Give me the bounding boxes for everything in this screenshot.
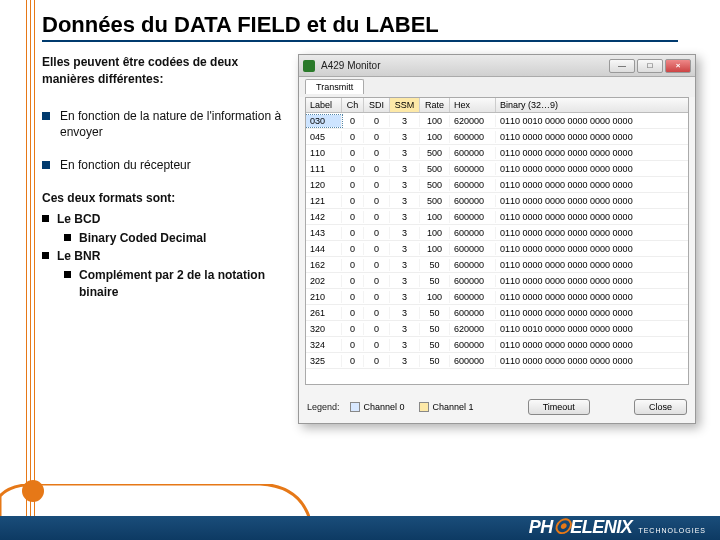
cell-ch: 0 (342, 355, 364, 367)
col-hex[interactable]: Hex (450, 98, 496, 112)
cell-ch: 0 (342, 339, 364, 351)
cell-sdi: 0 (364, 243, 390, 255)
cell-ssm: 3 (390, 355, 420, 367)
table-row[interactable]: 0450031006000000110 0000 0000 0000 0000 … (306, 129, 688, 145)
cell-label: 120 (306, 179, 342, 191)
legend-label: Legend: (307, 402, 340, 412)
cell-ch: 0 (342, 179, 364, 191)
format-item: Le BNR (42, 248, 282, 265)
bullet-icon (42, 252, 49, 259)
cell-label: 144 (306, 243, 342, 255)
data-grid[interactable]: Label Ch SDI SSM Rate Hex Binary (32…9) … (305, 97, 689, 385)
table-row[interactable]: 162003506000000110 0000 0000 0000 0000 0… (306, 257, 688, 273)
cell-bin: 0110 0000 0000 0000 0000 0000 (496, 291, 688, 303)
table-row[interactable]: 1440031006000000110 0000 0000 0000 0000 … (306, 241, 688, 257)
format-sub-text: Binary Coded Decimal (79, 230, 206, 247)
cell-rate: 50 (420, 339, 450, 351)
cell-ssm: 3 (390, 227, 420, 239)
tab-transmit[interactable]: Transmitt (305, 79, 364, 94)
cell-hex: 600000 (450, 211, 496, 223)
close-button[interactable]: Close (634, 399, 687, 415)
maximize-button[interactable]: □ (637, 59, 663, 73)
cell-rate: 500 (420, 179, 450, 191)
col-sdi[interactable]: SDI (364, 98, 390, 112)
cell-sdi: 0 (364, 115, 390, 127)
cell-rate: 500 (420, 195, 450, 207)
cell-sdi: 0 (364, 291, 390, 303)
cell-rate: 100 (420, 227, 450, 239)
col-ssm[interactable]: SSM (390, 98, 420, 112)
cell-ssm: 3 (390, 115, 420, 127)
cell-label: 030 (306, 115, 342, 127)
cell-bin: 0110 0000 0000 0000 0000 0000 (496, 131, 688, 143)
format-item: Le BCD (42, 211, 282, 228)
col-rate[interactable]: Rate (420, 98, 450, 112)
cell-bin: 0110 0000 0000 0000 0000 0000 (496, 339, 688, 351)
cell-rate: 100 (420, 243, 450, 255)
bullet-item: En fonction du récepteur (42, 157, 282, 174)
cell-bin: 0110 0010 0000 0000 0000 0000 (496, 323, 688, 335)
bullet-text: En fonction du récepteur (60, 157, 282, 174)
cell-rate: 100 (420, 131, 450, 143)
cell-sdi: 0 (364, 227, 390, 239)
table-row[interactable]: 1430031006000000110 0000 0000 0000 0000 … (306, 225, 688, 241)
table-row[interactable]: 1210035006000000110 0000 0000 0000 0000 … (306, 193, 688, 209)
cell-ssm: 3 (390, 195, 420, 207)
table-row[interactable]: 261003506000000110 0000 0000 0000 0000 0… (306, 305, 688, 321)
cell-rate: 50 (420, 259, 450, 271)
cell-ch: 0 (342, 259, 364, 271)
cell-ssm: 3 (390, 339, 420, 351)
cell-ch: 0 (342, 323, 364, 335)
table-row[interactable]: 1420031006000000110 0000 0000 0000 0000 … (306, 209, 688, 225)
format-name: Le BNR (57, 248, 100, 265)
formats-intro: Ces deux formats sont: (42, 190, 282, 207)
table-row[interactable]: 1200035006000000110 0000 0000 0000 0000 … (306, 177, 688, 193)
cell-hex: 620000 (450, 115, 496, 127)
cell-ssm: 3 (390, 259, 420, 271)
minimize-button[interactable]: — (609, 59, 635, 73)
bullet-icon (64, 234, 71, 241)
bullet-item: En fonction de la nature de l'informatio… (42, 108, 282, 142)
col-binary[interactable]: Binary (32…9) (496, 98, 688, 112)
cell-ssm: 3 (390, 147, 420, 159)
cell-hex: 600000 (450, 195, 496, 207)
cell-ch: 0 (342, 163, 364, 175)
table-row[interactable]: 1110035006000000110 0000 0000 0000 0000 … (306, 161, 688, 177)
cell-ch: 0 (342, 243, 364, 255)
cell-bin: 0110 0000 0000 0000 0000 0000 (496, 179, 688, 191)
cell-hex: 600000 (450, 243, 496, 255)
cell-bin: 0110 0000 0000 0000 0000 0000 (496, 163, 688, 175)
page-title: Données du DATA FIELD et du LABEL (42, 12, 439, 38)
window-titlebar[interactable]: A429 Monitor — □ × (299, 55, 695, 77)
cell-sdi: 0 (364, 179, 390, 191)
table-row[interactable]: 325003506000000110 0000 0000 0000 0000 0… (306, 353, 688, 369)
window-close-button[interactable]: × (665, 59, 691, 73)
table-row[interactable]: 2100031006000000110 0000 0000 0000 0000 … (306, 289, 688, 305)
cell-ch: 0 (342, 147, 364, 159)
cell-label: 162 (306, 259, 342, 271)
cell-sdi: 0 (364, 259, 390, 271)
col-label[interactable]: Label (306, 98, 342, 112)
timeout-button[interactable]: Timeout (528, 399, 590, 415)
cell-sdi: 0 (364, 211, 390, 223)
col-ch[interactable]: Ch (342, 98, 364, 112)
cell-sdi: 0 (364, 195, 390, 207)
bullet-icon (42, 215, 49, 222)
table-row[interactable]: 320003506200000110 0010 0000 0000 0000 0… (306, 321, 688, 337)
table-row[interactable]: 1100035006000000110 0000 0000 0000 0000 … (306, 145, 688, 161)
cell-bin: 0110 0000 0000 0000 0000 0000 (496, 243, 688, 255)
cell-label: 142 (306, 211, 342, 223)
cell-label: 045 (306, 131, 342, 143)
cell-hex: 600000 (450, 163, 496, 175)
table-row[interactable]: 324003506000000110 0000 0000 0000 0000 0… (306, 337, 688, 353)
cell-rate: 100 (420, 115, 450, 127)
table-row[interactable]: 202003506000000110 0000 0000 0000 0000 0… (306, 273, 688, 289)
cell-label: 143 (306, 227, 342, 239)
cell-bin: 0110 0000 0000 0000 0000 0000 (496, 355, 688, 367)
cell-ssm: 3 (390, 323, 420, 335)
cell-hex: 600000 (450, 339, 496, 351)
cell-rate: 50 (420, 307, 450, 319)
table-row[interactable]: 0300031006200000110 0010 0000 0000 0000 … (306, 113, 688, 129)
cell-rate: 100 (420, 211, 450, 223)
cell-label: 320 (306, 323, 342, 335)
